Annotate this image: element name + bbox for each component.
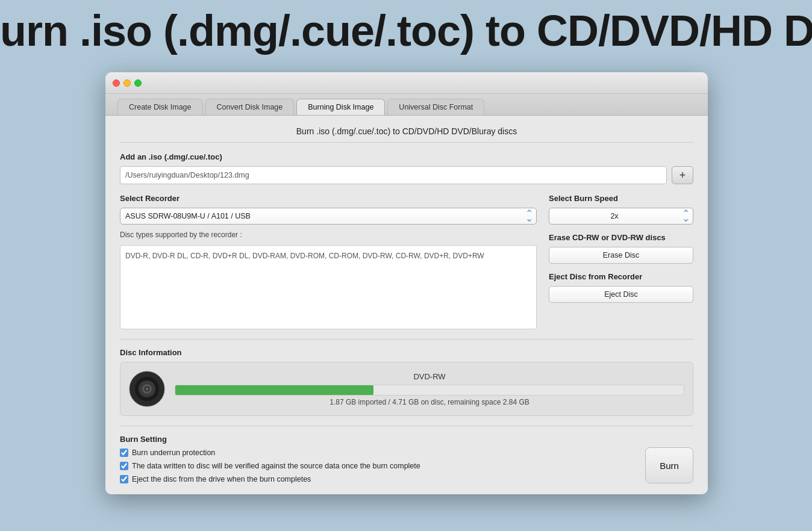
progress-bar-bg [175, 385, 684, 396]
tabbar: Create Disk Image Convert Disk Image Bur… [105, 94, 708, 116]
disc-info-section: DVD-RW 1.87 GB imported / 4.71 GB on dis… [120, 362, 693, 416]
add-file-button[interactable]: + [672, 166, 693, 184]
checkbox-eject-done-label: Eject the disc from the drive when the b… [132, 475, 311, 483]
checkbox-verify-label: The data written to disc will be verifie… [132, 462, 420, 470]
divider-burn-settings [120, 426, 693, 426]
eject-label: Eject Disc from Recorder [549, 272, 693, 281]
checkbox-underrun-label: Burn underrun protection [132, 449, 215, 457]
erase-section: Erase CD-RW or DVD-RW discs Erase Disc [549, 233, 693, 264]
file-row: + [120, 166, 693, 184]
eject-section: Eject Disc from Recorder Eject Disc [549, 272, 693, 303]
two-col-layout: Select Recorder ASUS SDRW-08U9M-U / A101… [120, 194, 693, 329]
disc-type-label: DVD-RW [175, 372, 684, 381]
checkbox-underrun[interactable]: Burn underrun protection [120, 449, 693, 457]
bg-title: urn .iso (.dmg/.cue/.toc) to CD/DVD/HD D… [0, 6, 812, 55]
tab-universal-disc-format[interactable]: Universal Disc Format [387, 99, 484, 115]
disc-info-inner: DVD-RW 1.87 GB imported / 4.71 GB on dis… [129, 371, 684, 407]
maximize-button[interactable] [134, 79, 142, 87]
tab-convert-disk-image[interactable]: Convert Disk Image [205, 99, 295, 115]
traffic-lights [113, 79, 142, 87]
disc-info-section-label: Disc Information [120, 348, 693, 357]
burn-settings-section: Burn underrun protection The data writte… [120, 449, 693, 483]
burn-button[interactable]: Burn [645, 447, 693, 483]
disc-info-text: 1.87 GB imported / 4.71 GB on disc, rema… [175, 398, 684, 406]
minimize-button[interactable] [123, 79, 131, 87]
burn-speed-section: Select Burn Speed 2x ⌃ ⌄ [549, 194, 693, 225]
checkbox-verify[interactable]: The data written to disc will be verifie… [120, 462, 693, 470]
progress-bar-fill [175, 385, 373, 395]
right-column: Select Burn Speed 2x ⌃ ⌄ Erase CD-RW or … [549, 194, 693, 329]
checkbox-verify-input[interactable] [120, 462, 128, 470]
tab-burning-disk-image[interactable]: Burning Disk Image [296, 99, 385, 115]
select-recorder-label: Select Recorder [120, 194, 537, 203]
file-path-input[interactable] [120, 166, 667, 184]
tab-create-disk-image[interactable]: Create Disk Image [117, 99, 203, 115]
recorder-select[interactable]: ASUS SDRW-08U9M-U / A101 / USB [120, 208, 537, 225]
divider-disc-info [120, 339, 693, 340]
left-column: Select Recorder ASUS SDRW-08U9M-U / A101… [120, 194, 537, 329]
page-title: Burn .iso (.dmg/.cue/.toc) to CD/DVD/HD … [120, 126, 693, 143]
disc-icon [129, 371, 165, 407]
burn-speed-select[interactable]: 2x [549, 208, 693, 225]
eject-disc-button[interactable]: Eject Disc [549, 286, 693, 303]
erase-label: Erase CD-RW or DVD-RW discs [549, 233, 693, 242]
main-window: Create Disk Image Convert Disk Image Bur… [105, 72, 708, 494]
checkbox-eject-done[interactable]: Eject the disc from the drive when the b… [120, 475, 693, 483]
disc-info-right: DVD-RW 1.87 GB imported / 4.71 GB on dis… [175, 372, 684, 406]
checkbox-eject-done-input[interactable] [120, 475, 128, 483]
burn-settings-label: Burn Setting [120, 435, 693, 444]
checkboxes: Burn underrun protection The data writte… [120, 449, 693, 483]
disc-types-box: DVD-R, DVD-R DL, CD-R, DVD+R DL, DVD-RAM… [120, 245, 537, 329]
recorder-select-wrapper: ASUS SDRW-08U9M-U / A101 / USB ⌃ ⌄ [120, 208, 537, 225]
close-button[interactable] [113, 79, 120, 87]
svg-point-6 [146, 388, 148, 390]
burn-speed-select-wrapper: 2x ⌃ ⌄ [549, 208, 693, 225]
burn-speed-label: Select Burn Speed [549, 194, 693, 203]
disc-types-supported-label: Disc types supported by the recorder : [120, 231, 537, 239]
content-area: Burn .iso (.dmg/.cue/.toc) to CD/DVD/HD … [105, 116, 708, 494]
titlebar [105, 72, 708, 94]
erase-disc-button[interactable]: Erase Disc [549, 247, 693, 264]
add-iso-label: Add an .iso (.dmg/.cue/.toc) [120, 152, 693, 161]
checkbox-underrun-input[interactable] [120, 449, 128, 457]
